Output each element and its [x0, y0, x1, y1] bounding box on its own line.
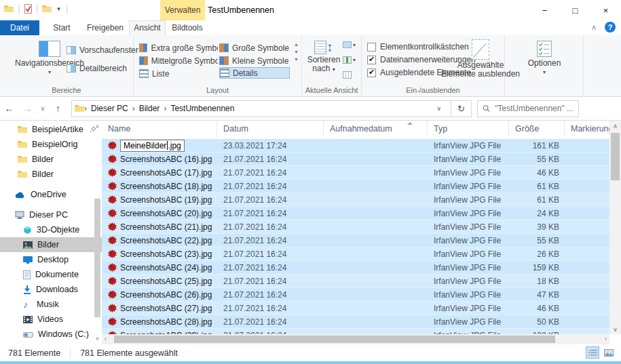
file-row[interactable]: ScreenshotsABC (17).jpg 21.07.2021 16:24…: [102, 166, 609, 180]
tab-start[interactable]: Start: [42, 20, 81, 35]
layout-gallery-scroll[interactable]: ▲ ▼ ▼: [294, 42, 299, 62]
back-icon[interactable]: ←: [0, 103, 18, 114]
sidebar-item-label: Bilder: [32, 169, 54, 179]
ribbon-group-optionen: Optionen ▾: [505, 35, 584, 96]
sidebar-item-dokumente[interactable]: Dokumente: [0, 267, 102, 282]
gallery-more-icon[interactable]: ▼: [294, 57, 299, 62]
file-row[interactable]: ScreenshotsABC (25).jpg 21.07.2021 16:24…: [102, 275, 609, 288]
sidebar-item-bilder-selected[interactable]: Bilder: [0, 237, 102, 252]
vertical-scrollbar-thumb[interactable]: [611, 133, 620, 180]
sidebar-item-beispielartikel[interactable]: BeispielArtike: [0, 122, 102, 137]
breadcrumb-item-bilder[interactable]: Bilder: [135, 104, 164, 113]
search-input[interactable]: "TestUmbenennen" ...: [477, 100, 579, 117]
file-row[interactable]: ScreenshotsABC (23).jpg 21.07.2021 16:24…: [102, 247, 609, 261]
checkbox-item-checkboxes[interactable]: Elementkontrollkästchen: [367, 41, 469, 53]
file-row[interactable]: ScreenshotsABC (18).jpg 21.07.2021 16:24…: [102, 180, 609, 193]
layout-medium-icons[interactable]: Mittelgroße Symbole: [139, 55, 218, 66]
scroll-down-icon[interactable]: ∨: [94, 336, 101, 342]
gallery-down-icon[interactable]: ▼: [294, 49, 299, 54]
sidebar-item-desktop[interactable]: Desktop: [0, 252, 102, 267]
tab-freigeben[interactable]: Freigeben: [81, 20, 129, 35]
vertical-scrollbar[interactable]: ∧ ∨: [609, 121, 621, 334]
breadcrumb-item-testumbenennen[interactable]: TestUmbenennen: [166, 104, 238, 113]
horizontal-scrollbar[interactable]: ‹ ›: [102, 334, 609, 344]
refresh-icon[interactable]: ↻: [451, 100, 472, 117]
properties-icon[interactable]: [24, 4, 32, 14]
sidebar-item-beispielorig[interactable]: BeispielOrig: [0, 137, 102, 152]
gallery-up-icon[interactable]: ▲: [294, 42, 299, 47]
scroll-up-icon[interactable]: ∧: [94, 123, 101, 129]
add-columns-button[interactable]: ▾: [343, 56, 356, 64]
file-row-renaming[interactable]: MeineBilder .jpg 23.03.2021 17:24 IrfanV…: [102, 139, 609, 153]
maximize-button[interactable]: □: [560, 0, 590, 20]
rename-input[interactable]: MeineBilder .jpg: [120, 140, 185, 152]
collapse-ribbon-icon[interactable]: ∧: [591, 23, 597, 32]
tab-bildtools[interactable]: Bildtools: [166, 20, 209, 35]
layout-extra-large-icons[interactable]: Extra große Symbole: [139, 42, 218, 54]
sidebar-item-downloads[interactable]: Downloads: [0, 282, 102, 297]
group-by-button[interactable]: ▾: [343, 41, 356, 48]
ribbon-group-layout: Extra große Symbole Mittelgroße Symbole …: [134, 35, 302, 96]
layout-list[interactable]: Liste: [139, 68, 218, 79]
scroll-down-icon[interactable]: ∨: [609, 326, 621, 333]
details-view-toggle[interactable]: [586, 346, 599, 359]
file-row[interactable]: ScreenshotsABC (20).jpg 21.07.2021 16:24…: [102, 207, 609, 220]
hide-selected-items-button[interactable]: Ausgewählte Elemente ausblenden: [458, 39, 503, 79]
sidebar-scrollbar[interactable]: ∧ ∨: [94, 121, 101, 344]
sidebar-item-3d-objekte[interactable]: 3D-Objekte: [0, 222, 102, 237]
large-icons-view-toggle[interactable]: [602, 346, 616, 359]
checkbox-checked-icon[interactable]: [367, 56, 376, 64]
address-dropdown-icon[interactable]: ∨: [430, 105, 448, 112]
recent-locations-icon[interactable]: ∨: [37, 105, 49, 112]
horizontal-scrollbar-thumb[interactable]: [114, 336, 555, 343]
layout-details[interactable]: Details: [219, 67, 290, 79]
minimize-button[interactable]: −: [529, 0, 560, 20]
file-row[interactable]: ScreenshotsABC (24).jpg 21.07.2021 16:24…: [102, 261, 609, 275]
close-button[interactable]: ×: [590, 0, 621, 20]
scroll-up-icon[interactable]: ∧: [609, 123, 621, 129]
file-row[interactable]: ScreenshotsABC (16).jpg 21.07.2021 16:24…: [102, 153, 609, 166]
tab-ansicht[interactable]: Ansicht: [129, 20, 166, 35]
column-header-typ[interactable]: Typ: [428, 121, 509, 137]
checkbox-checked-icon[interactable]: [367, 68, 376, 77]
file-row[interactable]: ScreenshotsABC (28).jpg 21.07.2021 16:24…: [102, 315, 609, 329]
layout-large-icons[interactable]: Große Symbole: [219, 42, 290, 54]
sidebar-item-musik[interactable]: ♪ Musik: [0, 297, 102, 312]
size-columns-button[interactable]: [343, 71, 352, 79]
details-pane-button[interactable]: Detailbereich: [67, 62, 127, 74]
column-header-markierung[interactable]: Markierung: [565, 121, 609, 137]
sidebar-item-onedrive[interactable]: OneDrive: [0, 187, 102, 202]
layout-small-icons[interactable]: Kleine Symbole: [219, 55, 290, 66]
folder-icon[interactable]: [4, 5, 14, 13]
scroll-right-icon[interactable]: ›: [605, 336, 607, 342]
file-row[interactable]: ScreenshotsABC (29).jpg 21.07.2021 16:24…: [102, 329, 609, 334]
tab-datei[interactable]: Datei: [0, 20, 39, 35]
sidebar-item-bilder-2[interactable]: Bilder: [0, 167, 102, 182]
sidebar-item-windows-c[interactable]: Windows (C:): [0, 327, 102, 342]
sidebar-item-dieser-pc[interactable]: Dieser PC: [0, 207, 102, 222]
customize-toolbar-dropdown-icon[interactable]: ▾: [56, 5, 62, 12]
options-button[interactable]: Optionen ▾: [525, 41, 563, 75]
checkbox-unchecked-icon[interactable]: [367, 43, 376, 52]
breadcrumb[interactable]: › Dieser PC › Bilder › TestUmbenennen ∨: [71, 100, 451, 117]
forward-icon[interactable]: →: [18, 103, 37, 114]
column-header-datum[interactable]: Datum: [217, 121, 324, 137]
preview-pane-button[interactable]: Vorschaufenster: [67, 44, 138, 56]
sidebar-scrollbar-thumb[interactable]: [94, 199, 100, 317]
onedrive-cloud-icon: [15, 191, 26, 199]
up-icon[interactable]: ↑: [49, 103, 67, 114]
breadcrumb-item-dieser-pc[interactable]: Dieser PC: [87, 104, 132, 113]
sort-by-button[interactable]: ↕ Sortieren nach ▾: [306, 41, 341, 74]
help-icon[interactable]: ?: [605, 22, 616, 33]
new-folder-icon[interactable]: [42, 5, 52, 13]
file-row[interactable]: ScreenshotsABC (19).jpg 21.07.2021 16:24…: [102, 193, 609, 207]
file-row[interactable]: ScreenshotsABC (22).jpg 21.07.2021 16:24…: [102, 234, 609, 247]
file-row[interactable]: ScreenshotsABC (21).jpg 21.07.2021 16:24…: [102, 220, 609, 234]
sidebar-item-videos[interactable]: Videos: [0, 312, 102, 327]
sidebar-item-bilder-1[interactable]: Bilder: [0, 152, 102, 167]
file-row[interactable]: ScreenshotsABC (26).jpg 21.07.2021 16:24…: [102, 288, 609, 302]
file-row[interactable]: ScreenshotsABC (27).jpg 21.07.2021 16:24…: [102, 302, 609, 315]
column-header-groesse[interactable]: Größe: [509, 121, 565, 137]
scroll-left-icon[interactable]: ‹: [105, 336, 107, 342]
column-header-name[interactable]: Name: [102, 121, 217, 137]
